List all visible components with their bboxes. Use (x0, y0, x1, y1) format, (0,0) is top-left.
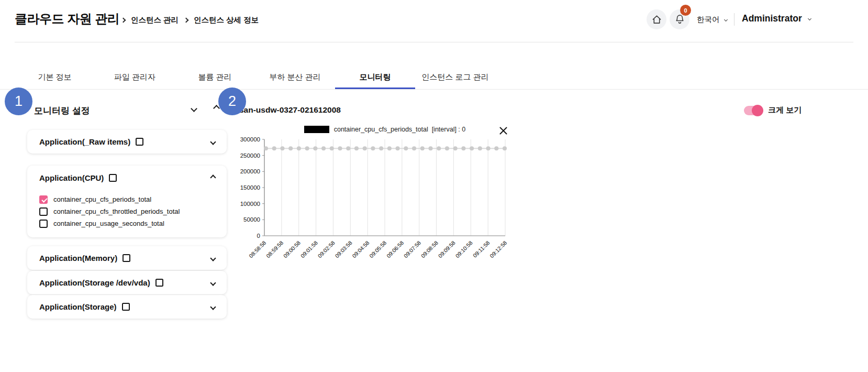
y-tick-label: 0 (257, 233, 260, 239)
metric-row: container_cpu_cfs_periods_total (27, 193, 227, 205)
x-tick-label: 09:06:58 (385, 239, 405, 259)
chevron-down-icon (808, 17, 811, 20)
group-checkbox[interactable] (123, 254, 130, 262)
accordion-header[interactable]: Application(Storage /dev/vda) (27, 271, 227, 294)
y-tick-label: 50000 (243, 216, 260, 223)
x-tick-label: 08:59:58 (265, 239, 284, 259)
data-point (313, 146, 317, 150)
chevron-right-icon (184, 18, 189, 23)
accordion-header[interactable]: Application(Storage) (27, 295, 227, 319)
accordion-storage: Application(Storage) (27, 295, 227, 319)
data-point (346, 146, 350, 150)
chevron-down-icon (191, 105, 197, 112)
data-point (354, 146, 359, 150)
data-point (453, 146, 458, 150)
x-tick-label: 09:11:58 (472, 239, 491, 259)
group-checkbox[interactable] (122, 303, 130, 311)
notification-badge: 0 (680, 5, 691, 16)
metric-row: container_cpu_cfs_throttled_periods_tota… (27, 205, 227, 217)
data-point (420, 146, 425, 150)
accordion-header[interactable]: Application(Memory) (27, 246, 227, 270)
chevron-down-icon (210, 280, 216, 286)
metric-checkbox[interactable] (39, 195, 48, 204)
breadcrumb-item-current: 인스턴스 상세 정보 (194, 15, 259, 25)
metric-label: container_cpu_usage_seconds_total (53, 220, 164, 227)
group-checkbox[interactable] (136, 138, 143, 146)
x-tick-label: 09:09:58 (437, 239, 456, 259)
data-point (379, 146, 383, 150)
accordion-cpu: Application(CPU) container_cpu_cfs_perio… (27, 166, 227, 237)
chevron-right-icon (121, 18, 126, 23)
language-selector[interactable]: 한국어 (697, 15, 727, 25)
data-point (305, 146, 309, 150)
x-tick-label: 09:05:58 (368, 239, 387, 259)
divider (15, 42, 853, 42)
tab-basic-info[interactable]: 기본 정보 (15, 67, 95, 89)
page: 클라우드 자원 관리 인스턴스 관리 인스턴스 상세 정보 0 한국어 Admi… (0, 0, 868, 372)
chevron-down-icon (724, 18, 727, 21)
zoom-toggle[interactable] (744, 106, 763, 115)
data-point (363, 146, 367, 150)
accordion-header[interactable]: Application(CPU) (27, 166, 227, 190)
chevron-down-button[interactable] (190, 102, 198, 115)
group-checkbox[interactable] (155, 279, 163, 287)
data-point (338, 146, 342, 150)
tab-file-manager[interactable]: 파일 관리자 (95, 67, 175, 89)
home-icon (652, 15, 662, 25)
data-point (264, 146, 268, 150)
accordion-label: Application(CPU) (39, 173, 104, 182)
chart-canvas: 05000010000015000020000025000030000008:5… (225, 119, 518, 271)
home-button[interactable] (647, 9, 666, 29)
chart-legend: container_cpu_cfs_periods_total [interva… (264, 126, 505, 133)
data-point (461, 146, 465, 150)
language-label: 한국어 (697, 15, 720, 25)
accordion-label: Application(Storage) (39, 302, 117, 311)
tab-load-balancing[interactable]: 부하 분산 관리 (255, 67, 335, 89)
user-menu[interactable]: Administrator (742, 13, 811, 24)
legend-swatch (304, 126, 329, 133)
breadcrumb: 인스턴스 관리 인스턴스 상세 정보 (121, 15, 259, 25)
zoom-toggle-label: 크게 보기 (768, 105, 802, 115)
chevron-down-icon (210, 255, 216, 261)
page-title: 클라우드 자원 관리 (15, 10, 119, 27)
accordion-header[interactable]: Application(_Raw items) (27, 130, 227, 154)
y-tick-label: 250000 (240, 152, 260, 159)
data-point (470, 146, 474, 150)
data-point (503, 146, 507, 150)
accordion-label: Application(Storage /dev/vda) (39, 278, 150, 287)
legend-label: container_cpu_cfs_periods_total [interva… (334, 126, 466, 133)
breadcrumb-item[interactable]: 인스턴스 관리 (131, 15, 179, 25)
data-point (478, 146, 482, 150)
metric-row: container_cpu_usage_seconds_total (27, 217, 227, 229)
chevron-up-icon (210, 174, 216, 180)
accordion-storage-vda: Application(Storage /dev/vda) (27, 271, 227, 294)
x-tick-label: 08:58:58 (248, 239, 267, 259)
tab-monitoring[interactable]: 모니터링 (335, 67, 415, 89)
metric-label: container_cpu_cfs_periods_total (53, 195, 151, 203)
tab-volume-management[interactable]: 볼륨 관리 (175, 67, 255, 89)
data-point (445, 146, 449, 150)
data-point (494, 146, 498, 150)
bell-icon (675, 14, 685, 25)
data-point (412, 146, 416, 150)
tab-instance-logs[interactable]: 인스턴스 로그 관리 (415, 67, 495, 89)
x-tick-label: 09:00:58 (282, 239, 302, 259)
accordion-label: Application(_Raw items) (39, 137, 130, 146)
accordion-label: Application(Memory) (39, 254, 117, 262)
metric-label: container_cpu_cfs_throttled_periods_tota… (53, 207, 180, 215)
x-tick-label: 09:08:58 (420, 239, 439, 259)
data-point (330, 146, 334, 150)
user-name: Administrator (742, 13, 802, 24)
chevron-down-icon (210, 139, 216, 145)
data-point (371, 146, 375, 150)
y-tick-label: 300000 (240, 136, 260, 143)
accordion-raw-items: Application(_Raw items) (27, 130, 227, 154)
data-point (486, 146, 491, 150)
metric-checkbox[interactable] (39, 220, 48, 228)
x-tick-label: 09:12:58 (488, 239, 508, 259)
data-point (437, 146, 441, 150)
monitoring-settings-title: 모니터링 설정 (34, 105, 90, 117)
group-checkbox[interactable] (109, 174, 117, 182)
metric-checkbox[interactable] (39, 207, 48, 216)
data-point (396, 146, 400, 150)
